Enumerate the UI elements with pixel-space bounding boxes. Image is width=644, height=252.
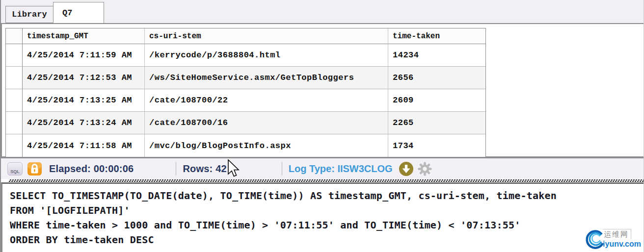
tab-library[interactable]: Library	[5, 6, 54, 23]
table-cell[interactable]: 4/25/2014 7:11:59 AM	[23, 44, 145, 67]
table-cell[interactable]: 2609	[388, 89, 485, 112]
sql-query-editor[interactable]: SELECT TO_TIMESTAMP(TO_DATE(date), TO_TI…	[1, 182, 644, 252]
tab-library-label: Library	[12, 10, 47, 19]
elapsed-time: Elapsed: 00:00:06	[49, 163, 134, 175]
table-cell[interactable]: 2656	[388, 67, 485, 89]
table-cell[interactable]: 4/25/2014 7:11:58 AM	[23, 134, 145, 157]
results-table: timestamp_GMT cs-uri-stem time-taken 4/2…	[5, 28, 486, 157]
results-grid-panel: timestamp_GMT cs-uri-stem time-taken 4/2…	[1, 23, 644, 157]
row-selector[interactable]	[6, 44, 23, 67]
table-cell[interactable]: /ws/SiteHomeService.asmx/GetTopBloggers	[145, 67, 388, 89]
tab-q7[interactable]: Q7	[53, 2, 104, 23]
watermark: 运维网 iyunv.com	[583, 227, 641, 251]
row-selector[interactable]	[6, 112, 23, 134]
sql-line-where: WHERE time-taken > 1000 and TO_TIME(time…	[10, 218, 644, 232]
table-cell[interactable]: 4/25/2014 7:13:25 AM	[23, 89, 145, 112]
tab-q7-label: Q7	[62, 8, 72, 18]
status-separator	[176, 162, 176, 176]
sql-line-orderby: ORDER BY time-taken DESC	[10, 232, 644, 247]
table-cell[interactable]: 4/25/2014 7:13:24 AM	[23, 112, 145, 134]
status-bar: SQL Elapsed: 00:00:06 Rows: 42 Log Type:…	[1, 157, 644, 179]
sql-line-select: SELECT TO_TIMESTAMP(TO_DATE(date), TO_TI…	[10, 188, 644, 203]
table-cell[interactable]: /kerrycode/p/3688804.html	[145, 44, 388, 67]
table-cell[interactable]: 1734	[388, 134, 485, 157]
status-separator	[282, 162, 282, 176]
column-header-time-taken[interactable]: time-taken	[388, 28, 485, 44]
sql-line-from: FROM '[LOGFILEPATH]'	[10, 203, 644, 218]
row-selector[interactable]	[6, 134, 23, 157]
table-cell[interactable]: /cate/108700/22	[145, 89, 388, 112]
row-selector[interactable]	[6, 67, 23, 89]
table-cell[interactable]: 14234	[388, 44, 485, 67]
download-circle-icon[interactable]	[399, 161, 414, 176]
sql-badge-label: SQL	[10, 169, 20, 174]
watermark-site-name: 运维网	[603, 229, 631, 239]
log-type-label[interactable]: Log Type: IISW3CLOG	[289, 163, 393, 175]
watermark-site-url: iyunv.com	[603, 240, 641, 249]
dotted-separator	[9, 179, 644, 182]
tab-bar: Library Q7	[1, 0, 644, 23]
table-cell[interactable]: /mvc/blog/BlogPostInfo.aspx	[145, 134, 388, 157]
column-header-cs-uri-stem[interactable]: cs-uri-stem	[145, 28, 388, 44]
table-cell[interactable]: 4/25/2014 7:12:53 AM	[23, 67, 145, 89]
table-cell[interactable]: 2265	[388, 112, 485, 134]
gear-icon[interactable]	[417, 161, 432, 176]
row-selector[interactable]	[6, 89, 23, 112]
column-header-timestamp[interactable]: timestamp_GMT	[23, 28, 145, 44]
lock-icon[interactable]	[27, 161, 42, 176]
sql-badge-icon[interactable]: SQL	[7, 162, 23, 176]
table-cell[interactable]: /cate/108700/16	[145, 112, 388, 134]
rows-count: Rows: 42	[183, 163, 226, 175]
corner-cell[interactable]	[6, 28, 23, 44]
